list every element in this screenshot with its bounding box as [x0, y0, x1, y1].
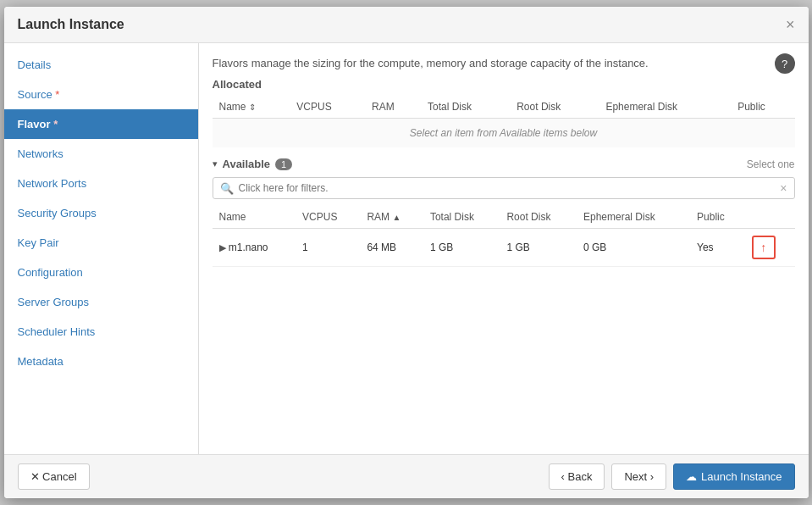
row-total-disk: 1 GB [423, 229, 500, 267]
sidebar-item-configuration[interactable]: Configuration [4, 258, 198, 287]
filter-bar: 🔍 × [213, 177, 795, 199]
row-public: Yes [690, 229, 745, 267]
footer-left: ✕ Cancel [18, 463, 90, 490]
allocated-table: Name ⇕ VCPUS RAM Total Disk Root Disk Ep… [213, 96, 795, 147]
row-root-disk: 1 GB [500, 229, 577, 267]
available-header: ▾ Available 1 Select one [213, 158, 795, 170]
flavor-description: Flavors manage the sizing for the comput… [213, 57, 795, 69]
required-indicator: * [51, 118, 58, 130]
chevron-down-icon[interactable]: ▾ [213, 158, 218, 169]
col-vcpus: VCPUS [290, 96, 365, 119]
main-content: ? Flavors manage the sizing for the comp… [199, 43, 809, 454]
required-indicator: * [52, 88, 60, 101]
col-root-disk: Root Disk [510, 96, 599, 119]
modal-header: Launch Instance × [4, 7, 809, 43]
sidebar-item-source[interactable]: Source * [4, 80, 198, 109]
avail-col-ephemeral-disk: Ephemeral Disk [577, 206, 690, 229]
row-ram: 64 MB [360, 229, 423, 267]
next-button[interactable]: Next › [611, 463, 666, 490]
available-count-badge: 1 [275, 158, 292, 170]
avail-col-root-disk: Root Disk [500, 206, 577, 229]
col-total-disk: Total Disk [421, 96, 510, 119]
launch-instance-button[interactable]: ☁ Launch Instance [673, 463, 794, 490]
available-label: Available [223, 158, 271, 170]
avail-col-action [745, 206, 795, 229]
sidebar-item-key-pair[interactable]: Key Pair [4, 228, 198, 258]
sidebar-item-network-ports[interactable]: Network Ports [4, 169, 198, 198]
help-button[interactable]: ? [775, 53, 795, 74]
search-icon: 🔍 [220, 182, 234, 195]
sidebar-item-metadata[interactable]: Metadata [4, 347, 198, 376]
row-vcpus: 1 [296, 229, 360, 267]
modal-footer: ✕ Cancel ‹ Back Next › ☁ Launch Instance [4, 454, 809, 498]
row-ephemeral-disk: 0 GB [577, 229, 690, 267]
sidebar-item-security-groups[interactable]: Security Groups [4, 198, 198, 228]
sidebar-item-scheduler-hints[interactable]: Scheduler Hints [4, 317, 198, 347]
sidebar-item-details[interactable]: Details [4, 50, 198, 80]
filter-input[interactable] [239, 182, 781, 194]
sidebar-item-server-groups[interactable]: Server Groups [4, 287, 198, 317]
col-ephemeral-disk: Ephemeral Disk [599, 96, 731, 119]
back-button[interactable]: ‹ Back [549, 463, 605, 490]
allocated-label: Allocated [213, 78, 795, 91]
available-table: Name VCPUS RAM ▲ Total Disk Root Disk Ep… [213, 206, 795, 267]
available-left: ▾ Available 1 [213, 158, 293, 170]
modal-title: Launch Instance [18, 17, 124, 32]
avail-col-total-disk: Total Disk [423, 206, 500, 229]
select-one-label: Select one [747, 158, 795, 170]
modal-body: DetailsSource *Flavor *NetworksNetwork P… [4, 43, 809, 454]
footer-right: ‹ Back Next › ☁ Launch Instance [549, 463, 795, 490]
close-button[interactable]: × [786, 17, 795, 32]
cloud-icon: ☁ [686, 470, 697, 483]
row-action-cell[interactable]: ↑ [745, 229, 795, 267]
sidebar-item-flavor[interactable]: Flavor * [4, 109, 198, 139]
avail-col-ram: RAM ▲ [360, 206, 423, 229]
cancel-button[interactable]: ✕ Cancel [18, 463, 90, 490]
sidebar-item-networks[interactable]: Networks [4, 139, 198, 169]
clear-filter-button[interactable]: × [780, 181, 787, 195]
table-row: ▶ m1.nano 1 64 MB 1 GB 1 GB 0 GB Yes ↑ [213, 229, 795, 267]
allocated-empty-row: Select an item from Available items belo… [213, 119, 795, 148]
sidebar: DetailsSource *Flavor *NetworksNetwork P… [4, 43, 199, 454]
col-name: Name ⇕ [213, 96, 290, 119]
col-ram: RAM [365, 96, 421, 119]
col-public: Public [731, 96, 794, 119]
avail-col-vcpus: VCPUS [296, 206, 360, 229]
avail-col-name: Name [213, 206, 296, 229]
allocate-button[interactable]: ↑ [752, 236, 776, 259]
row-expand-cell[interactable]: ▶ m1.nano [213, 229, 296, 267]
avail-col-public: Public [690, 206, 745, 229]
launch-instance-modal: Launch Instance × DetailsSource *Flavor … [4, 7, 809, 498]
